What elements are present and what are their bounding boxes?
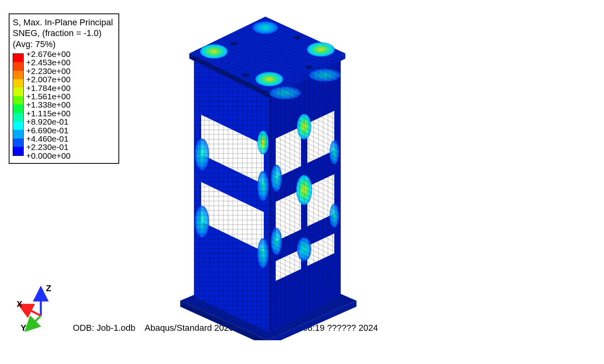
legend-swatch (13, 121, 23, 130)
svg-line-1 (23, 307, 41, 316)
legend-tick: +6.690e-01 (26, 126, 70, 135)
legend-swatch (13, 62, 23, 70)
legend-swatch (13, 87, 23, 96)
legend-colorbar (13, 53, 24, 156)
legend-swatch (13, 71, 23, 79)
legend-tick: +4.460e-01 (26, 135, 70, 143)
svg-point-19 (242, 73, 250, 77)
legend-swatch (13, 113, 23, 121)
legend-tick: +2.007e+00 (26, 75, 70, 83)
legend-swatch (13, 79, 23, 87)
legend-swatch (13, 147, 23, 155)
legend-tick: +2.230e+00 (26, 67, 70, 75)
svg-point-13 (200, 44, 228, 59)
legend-swatch (13, 130, 23, 138)
contour-legend: S, Max. In-Plane Principal SNEG, (fracti… (9, 13, 119, 164)
legend-swatch (13, 138, 23, 147)
legend-title-1: S, Max. In-Plane Principal (13, 17, 113, 27)
legend-tick: +2.230e-01 (26, 143, 70, 151)
legend-tick: +1.784e+00 (26, 84, 70, 92)
axis-y-label: Y (21, 323, 27, 333)
legend-swatch (13, 54, 23, 62)
legend-tick: +2.453e+00 (26, 58, 70, 66)
fea-viewport[interactable] (166, 16, 364, 340)
legend-tick: +1.561e+00 (26, 92, 70, 100)
svg-line-2 (29, 316, 41, 328)
svg-marker-44 (269, 55, 341, 332)
legend-tick: +8.920e-01 (26, 118, 70, 126)
svg-point-15 (307, 42, 335, 57)
svg-point-16 (255, 72, 283, 86)
legend-swatch (13, 104, 23, 113)
legend-tick: +1.338e+00 (26, 100, 70, 109)
legend-title-3: (Avg: 75%) (13, 39, 113, 49)
svg-point-17 (230, 42, 238, 46)
legend-values: +2.676e+00+2.453e+00+2.230e+00+2.007e+00… (26, 50, 70, 160)
axis-triad[interactable]: Z X Y (15, 285, 63, 332)
svg-point-20 (305, 65, 313, 69)
axis-z-label: Z (46, 283, 51, 294)
svg-marker-28 (194, 55, 269, 332)
legend-tick: +1.115e+00 (26, 109, 70, 118)
legend-tick: +2.676e+00 (26, 50, 70, 58)
svg-point-14 (253, 21, 278, 34)
legend-title-2: SNEG, (fraction = -1.0) (13, 28, 113, 38)
svg-point-18 (293, 36, 301, 40)
legend-swatch (13, 96, 23, 104)
axis-x-label: X (17, 299, 23, 309)
legend-tick: +0.000e+00 (26, 152, 70, 160)
